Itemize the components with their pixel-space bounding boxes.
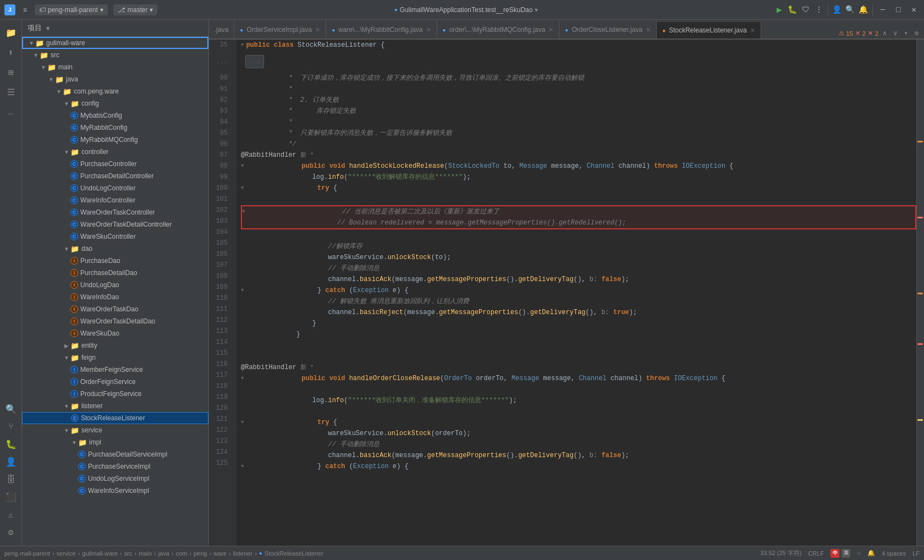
- sidebar-content[interactable]: ▼ 📁 gulimall-ware ▼ 📁 src ▼ 📁 main ▼ 📁 j…: [22, 37, 208, 546]
- tab-myrabbitmqconfig[interactable]: ● order\...\MyRabbitMQConfig.java ✕: [437, 21, 560, 39]
- breadcrumb-peng[interactable]: peng: [194, 550, 207, 557]
- icon-bookmarks[interactable]: ☰: [2, 84, 20, 101]
- tree-item-wareordertaskdao[interactable]: I WareOrderTaskDao: [22, 303, 208, 315]
- sidebar-dropdown[interactable]: ▾: [46, 24, 50, 32]
- maximize-button[interactable]: □: [893, 6, 904, 14]
- tree-item-com-peng-ware[interactable]: ▼ 📁 com.peng.ware: [22, 85, 208, 97]
- icon-vcs[interactable]: ⑂: [2, 418, 20, 436]
- breadcrumb-listener[interactable]: listener: [233, 550, 252, 557]
- search-button[interactable]: 🔍: [846, 6, 855, 14]
- breadcrumb-java[interactable]: java: [158, 550, 169, 557]
- breadcrumb-gulimall-ware[interactable]: gulimall-ware: [82, 550, 118, 557]
- status-lf[interactable]: LF: [912, 550, 920, 557]
- tab-ordercloselistener[interactable]: ● OrderCloseListener.java ✕: [559, 21, 657, 39]
- tree-item-myrabbitconfig[interactable]: C MyRabbitConfig: [22, 122, 208, 134]
- status-indent[interactable]: 4 spaces: [882, 550, 906, 557]
- tree-item-purchasedao[interactable]: I PurchaseDao: [22, 255, 208, 267]
- tree-item-wareordertaskdetaildao[interactable]: I WareOrderTaskDetailDao: [22, 315, 208, 327]
- tab-close-orderserviceimpl[interactable]: ✕: [315, 26, 320, 34]
- icon-problems[interactable]: ⚠: [2, 506, 20, 524]
- tree-item-purchasedetailcontroller[interactable]: C PurchaseDetailController: [22, 170, 208, 182]
- lang-icon-en[interactable]: 英: [842, 549, 850, 558]
- fold-toggle-117[interactable]: ▼: [241, 373, 244, 384]
- tree-item-feign[interactable]: ▼ 📁 feign: [22, 352, 208, 364]
- project-selector[interactable]: 🏷 peng-mall-parent ▾: [35, 4, 108, 15]
- tree-item-wareskucontroller[interactable]: C WareSkuController: [22, 230, 208, 243]
- breadcrumb-src[interactable]: src: [124, 550, 133, 557]
- tab-stockreleaselistener[interactable]: ● StockReleaseListener.java ✕: [657, 22, 761, 40]
- tree-item-purchasecontroller[interactable]: C PurchaseController: [22, 158, 208, 170]
- breadcrumb-peng-mall-parent[interactable]: peng-mall-parent: [4, 550, 50, 557]
- tree-item-service[interactable]: ▼ 📁 service: [22, 424, 208, 436]
- icon-structure[interactable]: ⊞: [2, 64, 20, 81]
- status-git-icon[interactable]: ⑂: [857, 550, 861, 557]
- tree-item-orderfeignservice[interactable]: I OrderFeignService: [22, 376, 208, 388]
- breadcrumb-service[interactable]: service: [57, 550, 76, 557]
- tree-item-impl[interactable]: ▼ 📁 impl: [22, 436, 208, 448]
- tree-item-wareinfocontroller[interactable]: C WareInfoController: [22, 194, 208, 206]
- fold-toggle-100[interactable]: ▼: [241, 183, 244, 194]
- breadcrumb-ware[interactable]: ware: [213, 550, 227, 557]
- code-editor[interactable]: ▼ public class StockReleaseListener { ..…: [237, 40, 916, 546]
- icon-commits[interactable]: ⬆: [2, 44, 20, 62]
- lang-icon-zh[interactable]: 中: [831, 549, 839, 558]
- tab-myrabbitconfig[interactable]: ● ware\...\MyRabbitConfig.java ✕: [326, 21, 437, 39]
- minimize-button[interactable]: ─: [877, 6, 888, 14]
- icon-terminal[interactable]: ⬛: [2, 488, 20, 506]
- tree-item-purchasedetaildao[interactable]: I PurchaseDetailDao: [22, 267, 208, 279]
- more-run-actions[interactable]: ⋮: [815, 6, 823, 14]
- profile-button[interactable]: 👤: [833, 6, 842, 14]
- close-button[interactable]: ✕: [909, 5, 920, 14]
- tree-item-java[interactable]: ▼ 📁 java: [22, 73, 208, 85]
- tree-item-dao[interactable]: ▼ 📁 dao: [22, 243, 208, 255]
- status-bell[interactable]: 🔔: [867, 550, 875, 557]
- tree-item-wareskudao[interactable]: I WareSkuDao: [22, 327, 208, 339]
- tab-close-stockreleaselistener[interactable]: ✕: [750, 27, 755, 34]
- tab-close-myrabbitmqconfig[interactable]: ✕: [548, 26, 553, 34]
- tree-item-config[interactable]: ▼ 📁 config: [22, 97, 208, 109]
- tree-item-mybatisconfig[interactable]: C MybatisConfig: [22, 109, 208, 122]
- tree-item-purchaseserviceimpl[interactable]: C PurchaseServiceImpl: [22, 460, 208, 473]
- icon-search[interactable]: 🔍: [2, 400, 20, 418]
- tree-item-wareinfoserviceimpl[interactable]: C WareInfoServiceImpl: [22, 485, 208, 497]
- notifications-button[interactable]: 🔔: [859, 6, 868, 14]
- tab-java1[interactable]: .java: [209, 21, 234, 39]
- tree-item-main[interactable]: ▼ 📁 main: [22, 61, 208, 73]
- tree-item-wareordertaskcontroller[interactable]: C WareOrderTaskController: [22, 206, 208, 218]
- tree-item-controller[interactable]: ▼ 📁 controller: [22, 146, 208, 158]
- tree-item-wareinfodao[interactable]: I WareInfoDao: [22, 291, 208, 303]
- tree-item-undologserviceimpl[interactable]: C UndoLogServiceImpl: [22, 473, 208, 485]
- tree-item-wareordertaskdetailcontroller[interactable]: C WareOrderTaskDetailController: [22, 218, 208, 230]
- breadcrumb-class[interactable]: StockReleaseListener: [265, 550, 323, 557]
- tree-item-src[interactable]: ▼ 📁 src: [22, 49, 208, 61]
- tree-item-stockreleaselistener[interactable]: C StockReleaseListener: [22, 412, 208, 424]
- tree-root[interactable]: ▼ 📁 gulimall-ware: [22, 37, 208, 49]
- tree-item-undologcontroller[interactable]: C UndoLogController: [22, 182, 208, 194]
- fold-toggle-35[interactable]: ▼: [241, 40, 244, 51]
- run-with-coverage[interactable]: 🛡: [801, 6, 810, 14]
- status-position[interactable]: 33:52 (25 字符): [760, 549, 801, 557]
- icon-more[interactable]: …: [2, 103, 20, 121]
- icon-profile[interactable]: 👤: [2, 453, 20, 471]
- icon-services[interactable]: ⚙: [2, 524, 20, 541]
- branch-selector[interactable]: ⎇ master ▾: [113, 4, 158, 15]
- run-config-dropdown[interactable]: ▾: [535, 6, 538, 14]
- tree-item-purchasedetailserviceimpl[interactable]: C PurchaseDetailServiceImpl: [22, 448, 208, 460]
- tab-list[interactable]: ▾: [902, 28, 910, 39]
- tree-item-undologdao[interactable]: I UndoLogDao: [22, 279, 208, 291]
- tree-item-productfeignservice[interactable]: I ProductFeignService: [22, 388, 208, 400]
- tree-item-myrabbitmqconfig[interactable]: C MyRabbitMQConfig: [22, 134, 208, 146]
- fold-toggle-125[interactable]: ▼: [241, 461, 244, 472]
- tab-orderserviceimpl[interactable]: ● OrderServiceImpl.java ✕: [234, 21, 326, 39]
- icon-project[interactable]: 📁: [2, 24, 20, 42]
- tab-settings[interactable]: ⚙: [912, 28, 921, 39]
- tree-item-memberfeignservice[interactable]: I MemberFeignService: [22, 364, 208, 376]
- icon-database[interactable]: 🗄: [2, 471, 20, 488]
- tab-nav-down[interactable]: ∨: [891, 28, 899, 39]
- tab-close-myrabbitconfig[interactable]: ✕: [426, 26, 431, 34]
- run-button[interactable]: ▶: [775, 6, 784, 14]
- tab-close-ordercloselistener[interactable]: ✕: [646, 26, 651, 34]
- status-encoding[interactable]: CRLF: [808, 550, 824, 557]
- icon-debug[interactable]: 🐛: [2, 436, 20, 453]
- tree-item-entity[interactable]: ▶ 📁 entity: [22, 339, 208, 352]
